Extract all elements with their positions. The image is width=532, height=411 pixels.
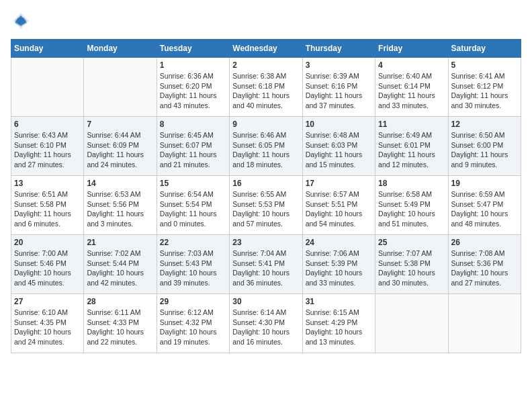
- day-number: 16: [232, 179, 299, 188]
- day-number: 10: [306, 120, 372, 129]
- day-of-week-header: Wednesday: [230, 40, 302, 58]
- day-number: 9: [232, 120, 299, 129]
- logo-icon: [11, 11, 31, 31]
- day-of-week-header: Tuesday: [157, 40, 229, 58]
- page-header: [11, 11, 521, 31]
- calendar-cell: 6Sunrise: 6:43 AM Sunset: 6:10 PM Daylig…: [11, 117, 84, 176]
- day-number: 29: [160, 297, 226, 306]
- calendar-week-row: 6Sunrise: 6:43 AM Sunset: 6:10 PM Daylig…: [11, 117, 521, 176]
- day-number: 18: [378, 179, 445, 188]
- calendar-cell: 22Sunrise: 7:03 AM Sunset: 5:43 PM Dayli…: [157, 235, 229, 294]
- calendar-table: SundayMondayTuesdayWednesdayThursdayFrid…: [11, 39, 521, 353]
- calendar-week-row: 27Sunrise: 6:10 AM Sunset: 4:35 PM Dayli…: [11, 294, 521, 353]
- calendar-cell: 11Sunrise: 6:49 AM Sunset: 6:01 PM Dayli…: [375, 117, 448, 176]
- calendar-cell: 30Sunrise: 6:14 AM Sunset: 4:30 PM Dayli…: [230, 294, 302, 353]
- day-of-week-header: Monday: [84, 40, 157, 58]
- calendar-header-row: SundayMondayTuesdayWednesdayThursdayFrid…: [11, 40, 521, 58]
- calendar-cell: 12Sunrise: 6:50 AM Sunset: 6:00 PM Dayli…: [448, 117, 521, 176]
- day-info: Sunrise: 6:58 AM Sunset: 5:49 PM Dayligh…: [378, 189, 445, 229]
- day-info: Sunrise: 6:54 AM Sunset: 5:54 PM Dayligh…: [160, 189, 226, 229]
- calendar-cell: 16Sunrise: 6:55 AM Sunset: 5:53 PM Dayli…: [230, 176, 302, 235]
- calendar-cell: 13Sunrise: 6:51 AM Sunset: 5:58 PM Dayli…: [11, 176, 84, 235]
- day-number: 27: [14, 297, 81, 306]
- day-number: 13: [14, 179, 81, 188]
- day-info: Sunrise: 6:43 AM Sunset: 6:10 PM Dayligh…: [14, 130, 81, 170]
- calendar-cell: 23Sunrise: 7:04 AM Sunset: 5:41 PM Dayli…: [230, 235, 302, 294]
- day-number: 24: [306, 238, 372, 247]
- calendar-cell: 7Sunrise: 6:44 AM Sunset: 6:09 PM Daylig…: [84, 117, 157, 176]
- calendar-cell: 14Sunrise: 6:53 AM Sunset: 5:56 PM Dayli…: [84, 176, 157, 235]
- calendar-cell: 21Sunrise: 7:02 AM Sunset: 5:44 PM Dayli…: [84, 235, 157, 294]
- calendar-cell: 27Sunrise: 6:10 AM Sunset: 4:35 PM Dayli…: [11, 294, 84, 353]
- calendar-cell: [375, 294, 448, 353]
- day-number: 30: [232, 297, 299, 306]
- day-info: Sunrise: 6:40 AM Sunset: 6:14 PM Dayligh…: [378, 71, 445, 111]
- calendar-week-row: 20Sunrise: 7:00 AM Sunset: 5:46 PM Dayli…: [11, 235, 521, 294]
- day-info: Sunrise: 6:49 AM Sunset: 6:01 PM Dayligh…: [378, 130, 445, 170]
- day-info: Sunrise: 6:57 AM Sunset: 5:51 PM Dayligh…: [306, 189, 372, 229]
- day-info: Sunrise: 7:00 AM Sunset: 5:46 PM Dayligh…: [14, 248, 81, 288]
- day-info: Sunrise: 6:59 AM Sunset: 5:47 PM Dayligh…: [451, 189, 518, 229]
- day-of-week-header: Sunday: [11, 40, 84, 58]
- day-info: Sunrise: 6:38 AM Sunset: 6:18 PM Dayligh…: [232, 71, 299, 111]
- day-info: Sunrise: 6:46 AM Sunset: 6:05 PM Dayligh…: [232, 130, 299, 170]
- day-number: 2: [232, 60, 299, 70]
- day-of-week-header: Saturday: [448, 40, 521, 58]
- calendar-cell: 3Sunrise: 6:39 AM Sunset: 6:16 PM Daylig…: [302, 58, 375, 117]
- day-info: Sunrise: 6:36 AM Sunset: 6:20 PM Dayligh…: [160, 71, 226, 111]
- day-number: 7: [87, 120, 153, 129]
- calendar-cell: 1Sunrise: 6:36 AM Sunset: 6:20 PM Daylig…: [157, 58, 229, 117]
- day-of-week-header: Friday: [375, 40, 448, 58]
- day-info: Sunrise: 7:07 AM Sunset: 5:38 PM Dayligh…: [378, 248, 445, 288]
- day-info: Sunrise: 6:55 AM Sunset: 5:53 PM Dayligh…: [232, 189, 299, 229]
- calendar-cell: 17Sunrise: 6:57 AM Sunset: 5:51 PM Dayli…: [302, 176, 375, 235]
- day-number: 19: [451, 179, 518, 188]
- day-info: Sunrise: 7:03 AM Sunset: 5:43 PM Dayligh…: [160, 248, 226, 288]
- day-number: 4: [378, 60, 445, 70]
- day-info: Sunrise: 6:39 AM Sunset: 6:16 PM Dayligh…: [306, 71, 372, 111]
- calendar-cell: [11, 58, 84, 117]
- day-number: 1: [160, 60, 226, 70]
- day-number: 17: [306, 179, 372, 188]
- day-number: 21: [87, 238, 153, 247]
- calendar-cell: 4Sunrise: 6:40 AM Sunset: 6:14 PM Daylig…: [375, 58, 448, 117]
- day-info: Sunrise: 6:10 AM Sunset: 4:35 PM Dayligh…: [14, 308, 81, 347]
- day-info: Sunrise: 6:15 AM Sunset: 4:29 PM Dayligh…: [306, 308, 372, 347]
- day-number: 5: [451, 60, 518, 70]
- day-info: Sunrise: 7:02 AM Sunset: 5:44 PM Dayligh…: [87, 248, 153, 288]
- calendar-cell: 28Sunrise: 6:11 AM Sunset: 4:33 PM Dayli…: [84, 294, 157, 353]
- day-number: 12: [451, 120, 518, 129]
- day-info: Sunrise: 6:53 AM Sunset: 5:56 PM Dayligh…: [87, 189, 153, 229]
- calendar-cell: 18Sunrise: 6:58 AM Sunset: 5:49 PM Dayli…: [375, 176, 448, 235]
- day-number: 31: [306, 297, 372, 306]
- calendar-cell: 9Sunrise: 6:46 AM Sunset: 6:05 PM Daylig…: [230, 117, 302, 176]
- calendar-cell: [84, 58, 157, 117]
- calendar-cell: 2Sunrise: 6:38 AM Sunset: 6:18 PM Daylig…: [230, 58, 302, 117]
- calendar-cell: 5Sunrise: 6:41 AM Sunset: 6:12 PM Daylig…: [448, 58, 521, 117]
- calendar-cell: 24Sunrise: 7:06 AM Sunset: 5:39 PM Dayli…: [302, 235, 375, 294]
- day-number: 15: [160, 179, 226, 188]
- calendar-cell: 20Sunrise: 7:00 AM Sunset: 5:46 PM Dayli…: [11, 235, 84, 294]
- day-info: Sunrise: 7:04 AM Sunset: 5:41 PM Dayligh…: [232, 248, 299, 288]
- calendar-cell: 8Sunrise: 6:45 AM Sunset: 6:07 PM Daylig…: [157, 117, 229, 176]
- day-number: 3: [306, 60, 372, 70]
- day-info: Sunrise: 6:45 AM Sunset: 6:07 PM Dayligh…: [160, 130, 226, 170]
- day-info: Sunrise: 6:44 AM Sunset: 6:09 PM Dayligh…: [87, 130, 153, 170]
- calendar-cell: 10Sunrise: 6:48 AM Sunset: 6:03 PM Dayli…: [302, 117, 375, 176]
- calendar-week-row: 13Sunrise: 6:51 AM Sunset: 5:58 PM Dayli…: [11, 176, 521, 235]
- calendar-cell: [448, 294, 521, 353]
- day-info: Sunrise: 6:51 AM Sunset: 5:58 PM Dayligh…: [14, 189, 81, 229]
- day-info: Sunrise: 6:14 AM Sunset: 4:30 PM Dayligh…: [232, 308, 299, 347]
- day-info: Sunrise: 7:06 AM Sunset: 5:39 PM Dayligh…: [306, 248, 372, 288]
- day-of-week-header: Thursday: [302, 40, 375, 58]
- day-info: Sunrise: 6:11 AM Sunset: 4:33 PM Dayligh…: [87, 308, 153, 347]
- calendar-week-row: 1Sunrise: 6:36 AM Sunset: 6:20 PM Daylig…: [11, 58, 521, 117]
- calendar-cell: 29Sunrise: 6:12 AM Sunset: 4:32 PM Dayli…: [157, 294, 229, 353]
- logo: [11, 11, 34, 31]
- day-number: 23: [232, 238, 299, 247]
- day-number: 14: [87, 179, 153, 188]
- day-number: 20: [14, 238, 81, 247]
- day-number: 8: [160, 120, 226, 129]
- day-info: Sunrise: 6:50 AM Sunset: 6:00 PM Dayligh…: [451, 130, 518, 170]
- day-number: 28: [87, 297, 153, 306]
